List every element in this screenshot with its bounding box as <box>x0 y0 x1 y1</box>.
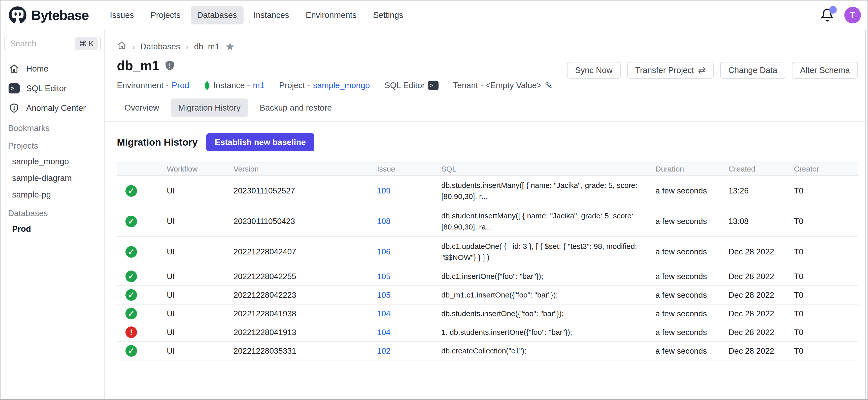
workflow-cell: UI <box>162 309 228 318</box>
sidebar-item-anomaly-center[interactable]: Anomaly Center <box>0 98 104 118</box>
created-cell: Dec 28 2022 <box>723 328 789 337</box>
search-input[interactable] <box>10 39 75 49</box>
table-row[interactable]: UI 20221228035331 102 db.createCollectio… <box>117 342 858 361</box>
sql-editor-label: SQL Editor <box>384 81 425 90</box>
search-box[interactable]: ⌘ K <box>4 36 101 51</box>
db-detail-tabs: Overview Migration History Backup and re… <box>117 98 858 117</box>
edit-pencil-icon[interactable]: ✎ <box>545 80 553 91</box>
sql-cell: db_m1.c1.insertOne({"foo": "bar"}); <box>436 289 650 301</box>
transfer-project-button[interactable]: Transfer Project⇄ <box>627 62 714 79</box>
creator-cell: T0 <box>789 328 858 337</box>
issue-link[interactable]: 109 <box>377 186 391 195</box>
tab-backup-and-restore[interactable]: Backup and restore <box>252 98 339 117</box>
environment-link[interactable]: Prod <box>172 81 189 90</box>
sql-cell: db.c1.updateOne( { _id: 3 }, [ { $set: {… <box>436 241 650 263</box>
sql-cell: db.students.insertOne({"foo": "bar"}); <box>436 308 650 319</box>
sidebar-project-sample-pg[interactable]: sample-pg <box>0 186 104 203</box>
version-cell: 20221228042223 <box>228 290 372 300</box>
sidebar-project-sample-diagram[interactable]: sample-diagram <box>0 170 104 186</box>
issue-link[interactable]: 102 <box>377 346 391 356</box>
col-issue: Issue <box>372 165 436 173</box>
duration-cell: a few seconds <box>650 290 723 300</box>
issue-link[interactable]: 104 <box>377 328 391 337</box>
version-cell: 20221228041938 <box>228 309 372 318</box>
sql-cell: db.students.insertMany([ { name: "Jacika… <box>436 180 650 202</box>
instance-link[interactable]: m1 <box>253 81 265 90</box>
brand-name: Bytebase <box>31 7 89 23</box>
change-data-button[interactable]: Change Data <box>720 62 785 79</box>
bytebase-logo[interactable]: Bytebase <box>8 5 89 25</box>
bookmark-star-icon[interactable]: ★ <box>225 41 235 52</box>
nav-instances[interactable]: Instances <box>247 6 296 25</box>
sql-cell: db.createCollection("c1"); <box>436 345 650 357</box>
issue-link[interactable]: 105 <box>377 272 391 281</box>
sidebar-database-prod[interactable]: Prod <box>0 221 104 237</box>
col-creator: Creator <box>789 165 858 173</box>
chevron-right-icon: › <box>186 42 188 52</box>
chevron-right-icon: › <box>132 42 135 52</box>
sidebar-item-label: Home <box>26 64 49 73</box>
duration-cell: a few seconds <box>650 272 723 281</box>
instance-label: Instance - <box>213 81 250 90</box>
sidebar-item-label: Anomaly Center <box>26 103 86 113</box>
creator-cell: T0 <box>789 247 858 256</box>
project-label: Project - <box>279 81 310 90</box>
header-actions: Sync Now Transfer Project⇄ Change Data A… <box>567 62 858 79</box>
table-row[interactable]: UI 20230111050423 108 db.student.insertM… <box>117 206 858 237</box>
sidebar-section-bookmarks: Bookmarks <box>0 118 104 135</box>
alter-schema-button[interactable]: Alter Schema <box>792 62 858 79</box>
bytebase-logo-icon <box>8 5 27 25</box>
nav-projects[interactable]: Projects <box>144 6 187 25</box>
nav-issues[interactable]: Issues <box>103 6 140 25</box>
creator-cell: T0 <box>789 186 858 195</box>
issue-link[interactable]: 106 <box>377 247 391 256</box>
duration-cell: a few seconds <box>650 328 723 337</box>
table-row[interactable]: UI 20221228042407 106 db.c1.updateOne( {… <box>117 237 858 267</box>
environment-label: Environment - <box>117 81 168 90</box>
project-link[interactable]: sample_mongo <box>313 81 370 90</box>
page-title: db_m1 <box>117 58 159 73</box>
breadcrumb-home-icon[interactable] <box>117 41 126 52</box>
breadcrumb-db-m1[interactable]: db_m1 <box>194 42 219 51</box>
nav-settings[interactable]: Settings <box>367 6 410 25</box>
status-success-icon <box>125 345 137 357</box>
shield-status-icon <box>165 60 175 71</box>
status-success-icon <box>125 308 137 319</box>
terminal-icon: >_ <box>8 83 20 94</box>
sidebar-item-home[interactable]: Home <box>0 59 104 79</box>
sidebar: ⌘ K Home >_ SQL Editor <box>0 30 105 399</box>
creator-cell: T0 <box>789 217 858 226</box>
establish-baseline-button[interactable]: Establish new baseline <box>206 133 314 151</box>
vertical-scrollbar[interactable] <box>865 30 868 399</box>
workflow-cell: UI <box>162 247 228 256</box>
section-title: Migration History <box>117 137 198 148</box>
nav-databases[interactable]: Databases <box>191 6 244 25</box>
created-cell: 13:08 <box>723 217 789 226</box>
tab-migration-history[interactable]: Migration History <box>171 98 248 117</box>
col-created: Created <box>723 165 789 173</box>
issue-link[interactable]: 104 <box>377 309 391 318</box>
table-row[interactable]: UI 20230111052527 109 db.students.insert… <box>117 176 858 206</box>
tab-divider <box>105 121 868 122</box>
workflow-cell: UI <box>162 328 228 337</box>
sql-editor-terminal-icon[interactable]: >_ <box>428 81 438 90</box>
sidebar-project-sample-mongo[interactable]: sample_mongo <box>0 153 104 170</box>
table-row[interactable]: UI 20221228041913 104 1. db.students.ins… <box>117 323 858 342</box>
tab-overview[interactable]: Overview <box>117 98 167 117</box>
issue-link[interactable]: 108 <box>377 217 391 226</box>
sync-now-button[interactable]: Sync Now <box>567 62 621 79</box>
workflow-cell: UI <box>162 186 228 195</box>
version-cell: 20221228042255 <box>228 272 372 281</box>
breadcrumb-databases[interactable]: Databases <box>140 42 180 51</box>
workflow-cell: UI <box>162 346 228 356</box>
sidebar-section-databases: Databases <box>0 203 104 221</box>
table-row[interactable]: UI 20221228042255 105 db.c1.insertOne({"… <box>117 267 858 286</box>
sidebar-item-sql-editor[interactable]: >_ SQL Editor <box>0 79 104 98</box>
table-row[interactable]: UI 20221228041938 104 db.students.insert… <box>117 305 858 323</box>
nav-environments[interactable]: Environments <box>299 6 363 25</box>
table-row[interactable]: UI 20221228042223 105 db_m1.c1.insertOne… <box>117 286 858 305</box>
issue-link[interactable]: 105 <box>377 290 391 300</box>
notifications-bell-icon[interactable] <box>820 8 834 22</box>
notification-dot <box>829 6 837 13</box>
user-avatar[interactable]: T <box>844 7 861 24</box>
